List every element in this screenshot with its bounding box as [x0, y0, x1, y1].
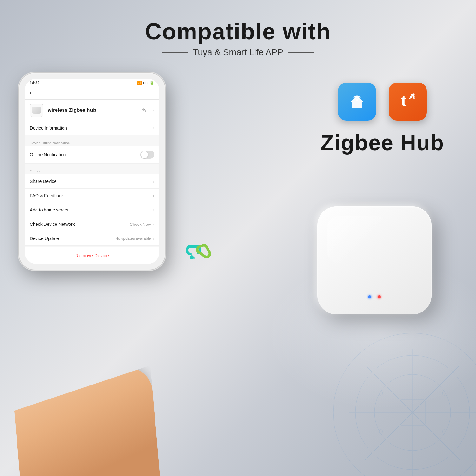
add-home-screen-label: Add to home screen — [30, 207, 69, 212]
smart-life-svg — [346, 91, 368, 113]
device-header: wireless Zigbee hub ✎ › — [25, 100, 159, 121]
tuya-icon: t — [389, 83, 427, 121]
hub-led-red — [378, 295, 381, 298]
zigbee-hub-device — [317, 206, 451, 327]
offline-section-header: Device Offline Notification — [25, 138, 159, 146]
offline-notification-label: Offline Notification — [30, 152, 66, 157]
phone-mockup: 14:32 📶 HD 🔋 ‹ wireless Zigbee hub — [19, 73, 165, 270]
network-label: HD — [143, 81, 148, 85]
back-button[interactable]: ‹ — [30, 89, 32, 96]
phone-body: 14:32 📶 HD 🔋 ‹ wireless Zigbee hub — [19, 73, 165, 270]
device-info-chevron: › — [153, 125, 154, 131]
phone-screen: 14:32 📶 HD 🔋 ‹ wireless Zigbee hub — [25, 79, 159, 264]
check-now-chevron: › — [153, 222, 154, 227]
no-updates-label: No updates available — [115, 236, 151, 241]
device-information-item[interactable]: Device Information › — [25, 121, 159, 135]
right-section: t Zigbee Hub — [321, 83, 444, 155]
svg-text:t: t — [401, 92, 407, 110]
spacer-2 — [25, 164, 159, 167]
offline-toggle[interactable] — [140, 151, 154, 159]
check-network-label: Check Device Network — [30, 222, 75, 227]
check-network-item[interactable]: Check Device Network Check Now › — [25, 217, 159, 231]
status-time: 14:32 — [30, 81, 40, 85]
offline-notification-item: Offline Notification — [25, 146, 159, 164]
check-now-label: Check Now — [130, 222, 151, 227]
device-name: wireless Zigbee hub — [48, 107, 138, 113]
toggle-knob — [141, 151, 148, 158]
remove-device-button[interactable]: Remove Device — [25, 247, 159, 264]
share-device-item[interactable]: Share Device › — [25, 174, 159, 189]
tuya-svg: t — [397, 91, 419, 113]
others-section-header: Others — [25, 167, 159, 174]
device-chevron: › — [153, 108, 154, 113]
share-device-label: Share Device — [30, 179, 56, 184]
brand-label: Zigbee Hub — [321, 130, 444, 155]
header: Compatible with Tuya & Smart Life APP — [0, 19, 476, 57]
smart-life-icon — [338, 83, 376, 121]
faq-chevron: › — [153, 193, 154, 198]
hub-body — [317, 206, 432, 314]
subtitle: Tuya & Smart Life APP — [0, 47, 476, 57]
app-icons-row: t — [338, 83, 427, 121]
status-bar: 14:32 📶 HD 🔋 — [25, 79, 159, 86]
device-update-item[interactable]: Device Update No updates available › — [25, 231, 159, 246]
spacer-1 — [25, 135, 159, 138]
edit-icon[interactable]: ✎ — [142, 107, 146, 113]
status-right: 📶 HD 🔋 — [137, 81, 154, 85]
hub-leds — [368, 295, 381, 298]
device-update-label: Device Update — [30, 236, 59, 241]
hub-sheen — [327, 216, 390, 264]
add-home-chevron: › — [153, 207, 154, 212]
share-device-chevron: › — [153, 179, 154, 184]
device-information-label: Device Information — [30, 125, 67, 131]
faq-feedback-label: FAQ & Feedback — [30, 193, 64, 198]
svg-point-15 — [192, 257, 195, 259]
add-home-screen-item[interactable]: Add to home screen › — [25, 203, 159, 217]
signal-icon: 📶 — [137, 81, 142, 85]
faq-feedback-item[interactable]: FAQ & Feedback › — [25, 189, 159, 203]
app-navbar: ‹ — [25, 86, 159, 100]
device-icon — [30, 104, 43, 117]
svg-point-12 — [356, 99, 358, 101]
link-icon — [184, 238, 216, 260]
device-icon-inner — [32, 107, 41, 114]
update-chevron: › — [153, 236, 154, 241]
main-title: Compatible with — [0, 19, 476, 44]
battery-icon: 🔋 — [149, 81, 154, 85]
hub-led-blue — [368, 295, 371, 298]
